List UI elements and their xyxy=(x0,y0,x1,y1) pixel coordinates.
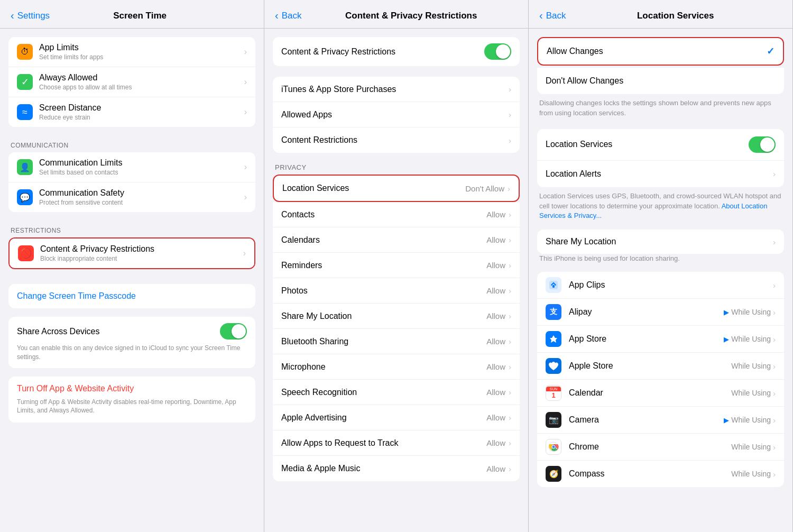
apple-advertising-label: Apple Advertising xyxy=(281,413,486,423)
media-label: Media & Apple Music xyxy=(281,464,486,473)
app-limits-icon: ⏱ xyxy=(17,44,33,60)
turn-off-desc: Turning off App & Website Activity disab… xyxy=(17,398,247,416)
share-devices-desc: You can enable this on any device signed… xyxy=(17,344,247,362)
app-limits-text: App Limits Set time limits for apps xyxy=(39,43,241,61)
app-store-status: While Using xyxy=(731,335,771,343)
speech-recognition-value: Allow xyxy=(486,388,505,397)
comm-limits-row[interactable]: 👤 Communication Limits Set limits based … xyxy=(8,152,255,182)
location-services-label: Location Services xyxy=(282,184,465,193)
contacts-row[interactable]: Contacts Allow › xyxy=(273,202,520,227)
change-passcode-row[interactable]: Change Screen Time Passcode xyxy=(8,284,255,308)
privacy-toggle[interactable] xyxy=(484,43,511,60)
location-services-row[interactable]: Location Services Don't Allow › xyxy=(274,176,519,201)
turn-off-button[interactable]: Turn Off App & Website Activity xyxy=(17,384,247,393)
share-devices-toggle[interactable] xyxy=(220,323,247,340)
toggle-knob xyxy=(232,324,246,338)
contacts-value: Allow xyxy=(486,210,505,219)
share-location-row[interactable]: Share My Location › xyxy=(537,230,784,254)
settings-back-button[interactable]: Settings xyxy=(17,11,50,21)
apple-store-row[interactable]: Apple Store While Using › xyxy=(537,353,784,380)
always-allowed-title: Always Allowed xyxy=(39,73,241,82)
app-limits-title: App Limits xyxy=(39,43,241,52)
reminders-row[interactable]: Reminders Allow › xyxy=(273,253,520,278)
itunes-row[interactable]: iTunes & App Store Purchases › xyxy=(273,77,520,102)
compass-row[interactable]: 🧭 Compass While Using › xyxy=(537,461,784,487)
microphone-row[interactable]: Microphone Allow › xyxy=(273,354,520,380)
photos-row[interactable]: Photos Allow › xyxy=(273,278,520,304)
change-passcode-label: Change Screen Time Passcode xyxy=(17,291,247,301)
alipay-status: While Using xyxy=(731,308,771,316)
svg-rect-2 xyxy=(552,285,555,288)
location-services-back-button[interactable]: Back xyxy=(546,11,566,21)
dont-allow-row[interactable]: Don't Allow Changes xyxy=(537,68,784,94)
content-restrictions-label: Content Restrictions xyxy=(281,135,509,145)
comm-limits-title: Communication Limits xyxy=(39,158,241,168)
location-services-toggle[interactable] xyxy=(749,136,776,153)
share-location-card: Share My Location › xyxy=(537,230,784,254)
app-clips-row[interactable]: App Clips › xyxy=(537,272,784,299)
alipay-name: Alipay xyxy=(569,307,724,317)
app-store-row[interactable]: App Store ▶ While Using › xyxy=(537,326,784,353)
communication-group: COMMUNICATION 👤 Communication Limits Set… xyxy=(0,142,264,212)
media-row[interactable]: Media & Apple Music Allow › xyxy=(273,456,520,481)
svg-point-6 xyxy=(552,446,555,448)
share-my-location-row[interactable]: Share My Location Allow › xyxy=(273,304,520,329)
bluetooth-row[interactable]: Bluetooth Sharing Allow › xyxy=(273,329,520,354)
chrome-chevron: › xyxy=(773,443,776,452)
comm-safety-row[interactable]: 💬 Communication Safety Protect from sens… xyxy=(8,182,255,212)
screen-distance-subtitle: Reduce eye strain xyxy=(39,114,241,121)
speech-recognition-chevron: › xyxy=(509,388,511,397)
compass-name: Compass xyxy=(569,469,731,479)
screen-distance-row[interactable]: ≈ Screen Distance Reduce eye strain › xyxy=(8,97,255,127)
tracking-row[interactable]: Allow Apps to Request to Track Allow › xyxy=(273,430,520,456)
content-privacy-row[interactable]: 🚫 Content & Privacy Restrictions Block i… xyxy=(10,239,254,268)
share-my-location-label: Share My Location xyxy=(281,311,486,321)
microphone-chevron: › xyxy=(509,362,511,371)
photos-chevron: › xyxy=(509,286,511,295)
camera-row[interactable]: 📷 Camera ▶ While Using › xyxy=(537,407,784,434)
microphone-label: Microphone xyxy=(281,362,486,372)
calendar-chevron: › xyxy=(773,389,776,398)
apple-advertising-row[interactable]: Apple Advertising Allow › xyxy=(273,405,520,430)
comm-safety-title: Communication Safety xyxy=(39,188,241,198)
allowed-apps-row[interactable]: Allowed Apps › xyxy=(273,102,520,127)
comm-safety-text: Communication Safety Protect from sensit… xyxy=(39,188,241,206)
microphone-value: Allow xyxy=(486,362,505,371)
top-items-group: ⏱ App Limits Set time limits for apps › … xyxy=(0,37,264,127)
comm-safety-icon: 💬 xyxy=(17,189,33,205)
compass-chevron: › xyxy=(773,470,776,479)
calendars-row[interactable]: Calendars Allow › xyxy=(273,227,520,253)
location-alerts-row[interactable]: Location Alerts › xyxy=(537,161,784,187)
comm-safety-chevron: › xyxy=(244,192,247,202)
comm-safety-subtitle: Protect from sensitive content xyxy=(39,199,241,206)
app-limits-row[interactable]: ⏱ App Limits Set time limits for apps › xyxy=(8,37,255,67)
chrome-row[interactable]: Chrome While Using › xyxy=(537,434,784,461)
alipay-row[interactable]: 支 Alipay ▶ While Using › xyxy=(537,299,784,326)
location-services-title: Location Services xyxy=(569,11,782,21)
reminders-value: Allow xyxy=(486,261,505,270)
privacy-toggle-row: Content & Privacy Restrictions xyxy=(273,37,520,66)
content-restrictions-row[interactable]: Content Restrictions › xyxy=(273,127,520,153)
calendar-row[interactable]: SUN 1 Calendar While Using › xyxy=(537,380,784,407)
location-alerts-chevron: › xyxy=(773,169,776,178)
calendars-value: Allow xyxy=(486,235,505,244)
menu-items-card: iTunes & App Store Purchases › Allowed A… xyxy=(273,77,520,153)
media-chevron: › xyxy=(509,464,511,473)
always-allowed-subtitle: Choose apps to allow at all times xyxy=(39,84,241,91)
location-services-toggle-card: Location Services Location Alerts › xyxy=(537,129,784,187)
photos-value: Allow xyxy=(486,286,505,295)
content-privacy-back-button[interactable]: Back xyxy=(282,11,302,21)
top-items-card: ⏱ App Limits Set time limits for apps › … xyxy=(8,37,255,127)
allow-changes-row[interactable]: Allow Changes ✓ xyxy=(538,38,783,65)
apple-store-chevron: › xyxy=(773,362,776,371)
communication-card: 👤 Communication Limits Set limits based … xyxy=(8,152,255,212)
screen-distance-icon: ≈ xyxy=(17,104,33,120)
content-privacy-chevron: › xyxy=(243,249,246,258)
always-allowed-row[interactable]: ✓ Always Allowed Choose apps to allow at… xyxy=(8,67,255,97)
contacts-label: Contacts xyxy=(281,210,486,219)
reminders-label: Reminders xyxy=(281,261,486,270)
dont-allow-card: Don't Allow Changes xyxy=(537,68,784,94)
speech-recognition-row[interactable]: Speech Recognition Allow › xyxy=(273,380,520,405)
comm-limits-icon: 👤 xyxy=(17,159,33,175)
app-clips-name: App Clips xyxy=(569,280,773,290)
